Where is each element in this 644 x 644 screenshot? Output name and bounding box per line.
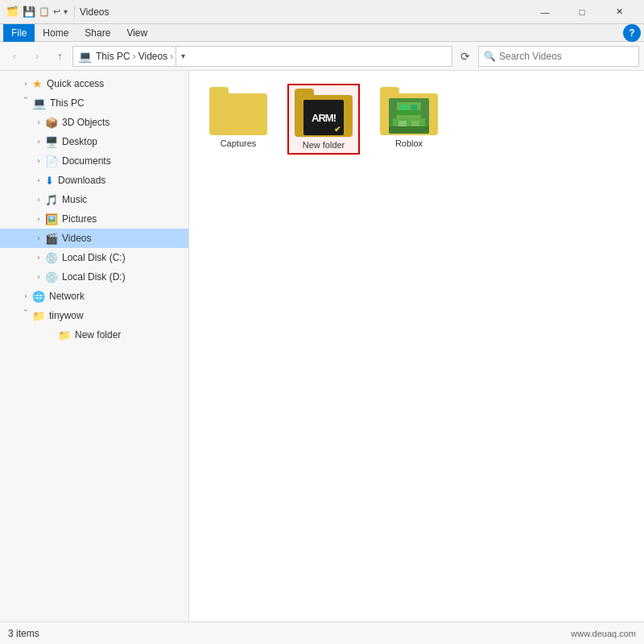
3d-objects-label: 3D Objects xyxy=(62,117,109,128)
videos-label: Videos xyxy=(62,233,91,244)
videos-icon: 🎬 xyxy=(45,233,58,245)
sidebar-item-network[interactable]: › 🌐 Network xyxy=(0,287,188,306)
chevron-music: › xyxy=(32,196,45,204)
folder-new-folder[interactable]: ARM! ✔ New folder xyxy=(287,84,360,155)
network-icon: 🌐 xyxy=(32,291,45,303)
view-menu[interactable]: View xyxy=(118,24,155,42)
save-icon[interactable]: 💾 xyxy=(23,6,35,18)
chevron-this-pc: › xyxy=(22,97,30,109)
this-pc-label: This PC xyxy=(50,97,85,109)
maximize-button[interactable]: □ xyxy=(564,0,601,24)
desktop-label: Desktop xyxy=(62,136,97,147)
folder-roblox[interactable]: Roblox xyxy=(373,84,445,151)
svg-rect-7 xyxy=(411,121,419,127)
sidebar-item-tinywow[interactable]: › 📁 tinywow xyxy=(0,306,188,325)
help-button[interactable]: ? xyxy=(623,24,641,42)
search-bar[interactable]: 🔍 xyxy=(478,46,639,67)
sidebar-item-local-disk-d[interactable]: › 💿 Local Disk (D:) xyxy=(0,267,188,287)
chevron-3d-objects: › xyxy=(32,118,45,126)
address-dropdown[interactable]: ▾ xyxy=(175,46,190,67)
sidebar-item-desktop[interactable]: › 🖥️ Desktop xyxy=(0,132,188,151)
chevron-pictures: › xyxy=(32,215,45,223)
sidebar-item-documents[interactable]: › 📄 Documents xyxy=(0,151,188,171)
main-layout: › ★ Quick access › 💻 This PC › 📦 3D Obje… xyxy=(0,71,644,621)
svg-rect-3 xyxy=(411,105,417,111)
svg-rect-6 xyxy=(398,121,407,127)
path-this-pc: This PC xyxy=(96,51,130,62)
captures-folder-icon xyxy=(209,87,267,135)
local-disk-c-label: Local Disk (C:) xyxy=(62,252,126,263)
disk-d-icon: 💿 xyxy=(45,271,58,283)
new-folder-side-label: New folder xyxy=(75,329,121,341)
title-bar-title: Videos xyxy=(80,6,526,18)
chevron-network: › xyxy=(19,292,32,300)
quick-access-label: Quick access xyxy=(47,78,104,89)
sidebar-item-this-pc[interactable]: › 💻 This PC xyxy=(0,93,188,113)
new-folder-label: New folder xyxy=(303,140,345,150)
title-bar: 🗂️ 💾 📋 ↩ ▾ Videos — □ ✕ xyxy=(0,0,644,24)
svg-rect-2 xyxy=(401,105,407,111)
minimize-button[interactable]: — xyxy=(526,0,564,24)
cube-icon: 📦 xyxy=(45,117,58,129)
local-disk-d-label: Local Disk (D:) xyxy=(62,271,126,283)
menu-bar: File Home Share View ? xyxy=(0,24,644,42)
sidebar-item-new-folder[interactable]: 📁 New folder xyxy=(0,325,188,345)
chevron-tinywow: › xyxy=(22,309,30,322)
downloads-label: Downloads xyxy=(58,175,105,186)
toolbar: ‹ › ↑ 💻 This PC › Videos › ▾ ⟳ 🔍 xyxy=(0,42,644,71)
chevron-documents: › xyxy=(32,157,45,165)
disk-c-icon: 💿 xyxy=(45,252,58,264)
search-input[interactable] xyxy=(499,51,634,62)
documents-label: Documents xyxy=(62,155,111,167)
file-grid: Captures ARM! ✔ New folder xyxy=(202,84,631,155)
up-button[interactable]: ↑ xyxy=(50,47,69,66)
back-button[interactable]: ‹ xyxy=(5,47,24,66)
path-sep-2: › xyxy=(170,51,173,62)
pictures-icon: 🖼️ xyxy=(45,213,58,225)
sidebar-item-quick-access[interactable]: › ★ Quick access xyxy=(0,74,188,93)
undo-icon[interactable]: ↩ xyxy=(53,6,60,17)
sidebar-item-local-disk-c[interactable]: › 💿 Local Disk (C:) xyxy=(0,248,188,267)
refresh-button[interactable]: ⟳ xyxy=(456,47,475,66)
forward-button[interactable]: › xyxy=(27,47,47,66)
downloads-icon: ⬇ xyxy=(45,175,54,187)
documents-icon: 📄 xyxy=(45,155,58,167)
chevron-quick-access: › xyxy=(19,80,32,88)
path-sep-1: › xyxy=(133,51,136,62)
tinywow-label: tinywow xyxy=(49,310,84,321)
file-menu[interactable]: File xyxy=(3,24,35,42)
sidebar-item-music[interactable]: › 🎵 Music xyxy=(0,190,188,209)
tinywow-folder-icon: 📁 xyxy=(32,310,45,322)
close-button[interactable]: ✕ xyxy=(601,0,638,24)
folder-captures[interactable]: Captures xyxy=(202,84,275,151)
chevron-disk-c: › xyxy=(32,254,45,262)
new-folder-icon: ARM! ✔ xyxy=(295,89,353,137)
sidebar-item-videos[interactable]: › 🎬 Videos xyxy=(0,229,188,248)
title-bar-controls: — □ ✕ xyxy=(526,0,638,24)
properties-icon[interactable]: 📋 xyxy=(39,6,50,17)
captures-label: Captures xyxy=(221,138,257,148)
watermark: www.deuaq.com xyxy=(571,629,636,638)
title-bar-icon: 🗂️ xyxy=(6,6,19,19)
new-folder-side-icon: 📁 xyxy=(58,329,71,341)
sidebar-item-pictures[interactable]: › 🖼️ Pictures xyxy=(0,209,188,229)
sidebar-item-3d-objects[interactable]: › 📦 3D Objects xyxy=(0,113,188,132)
sidebar-item-downloads[interactable]: › ⬇ Downloads xyxy=(0,171,188,190)
chevron-desktop: › xyxy=(32,138,45,146)
status-bar: 3 items www.deuaq.com xyxy=(0,621,644,644)
chevron-disk-d: › xyxy=(32,273,45,281)
chevron-dropdown[interactable]: ▾ xyxy=(64,7,68,16)
roblox-label: Roblox xyxy=(395,138,423,148)
svg-rect-4 xyxy=(397,110,421,115)
pictures-label: Pictures xyxy=(62,213,97,225)
address-bar[interactable]: 💻 This PC › Videos › ▾ xyxy=(72,46,452,67)
share-menu[interactable]: Share xyxy=(76,24,118,42)
path-videos: Videos xyxy=(138,51,167,62)
search-icon: 🔍 xyxy=(484,51,496,62)
network-label: Network xyxy=(49,291,85,302)
star-icon: ★ xyxy=(32,77,43,90)
item-count: 3 items xyxy=(8,628,39,639)
music-icon: 🎵 xyxy=(45,194,58,206)
content-area: Captures ARM! ✔ New folder xyxy=(189,71,644,621)
home-menu[interactable]: Home xyxy=(35,24,76,42)
